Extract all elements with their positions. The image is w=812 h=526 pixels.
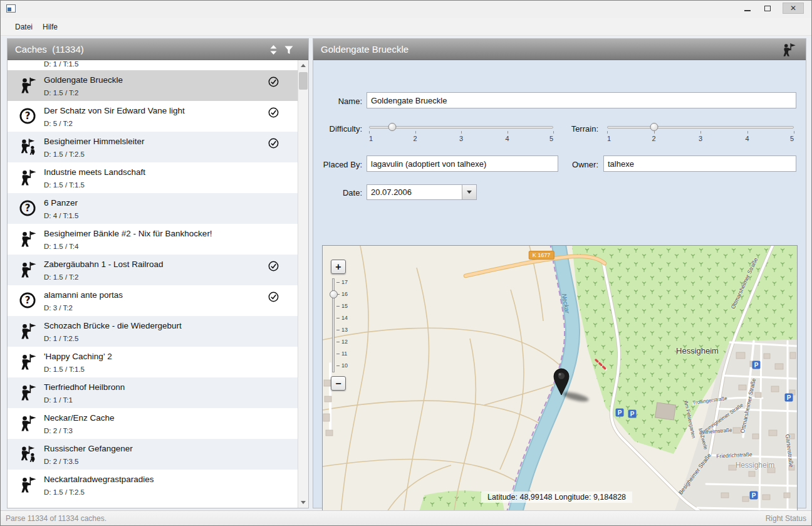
cache-name: Russischer Gefangener [44, 444, 133, 453]
zoom-level-label: 12 [341, 339, 348, 345]
detail-title: Goldengate Brueckle [321, 44, 409, 55]
scrollbar-thumb[interactable] [299, 72, 308, 90]
name-input[interactable] [367, 92, 796, 108]
map[interactable]: Ottmarsheimer StraßeOttmarsheimer Straße… [322, 245, 798, 519]
owner-input[interactable] [603, 155, 796, 172]
difficulty-slider[interactable]: 12345 [369, 118, 553, 144]
map-zoom-thumb[interactable] [330, 290, 338, 298]
cache-rating: D: 1 / T:2.5 [44, 335, 78, 342]
cache-list-item[interactable]: 'Happy Caching' 2D: 1.5 / T:1.5 [8, 347, 298, 377]
slider-tick-label: 3 [459, 135, 463, 142]
map-coordinates: Latitude: 48,99148 Longitude: 9,184828 [481, 492, 632, 503]
titlebar[interactable]: ✕ [1, 1, 811, 18]
placed-by-input[interactable] [367, 155, 558, 172]
map-zoom-in-button[interactable]: + [331, 260, 346, 274]
cache-rating: D: 1.5 / T:4 [44, 243, 78, 250]
close-button[interactable]: ✕ [783, 3, 804, 14]
sort-icon[interactable] [269, 45, 281, 56]
maximize-icon [764, 6, 771, 11]
cache-list-item[interactable]: D: 1 / T:1.5 [8, 60, 298, 70]
slider-tick [747, 131, 748, 134]
found-check-icon [268, 138, 279, 149]
maximize-button[interactable] [759, 3, 776, 14]
menu-datei[interactable]: Datei [11, 21, 37, 33]
street-label: Am Felsengarten [683, 400, 696, 438]
slider-tick [607, 131, 608, 134]
slider-tick-label: 4 [505, 135, 509, 142]
cache-rating: D: 4 / T:1.5 [44, 212, 78, 219]
cache-list-header: Caches (11334) [8, 39, 308, 60]
slider-tick-label: 1 [369, 135, 373, 142]
date-dropdown-button[interactable] [462, 185, 476, 199]
found-check-icon [268, 261, 279, 271]
cache-list-item[interactable]: Zabergäubahn 1 - Lost RailroadD: 1.5 / T… [8, 255, 298, 285]
date-picker[interactable]: 20.07.2006 [367, 184, 477, 200]
cache-rating: D: 1.5 / T:2.5 [44, 150, 85, 158]
minimize-icon [744, 10, 751, 11]
owner-label: Owner: [548, 160, 598, 169]
terrain-label: Terrain: [548, 124, 598, 134]
name-label: Name: [313, 97, 362, 106]
slider-tick [369, 131, 370, 134]
scroll-down-button[interactable] [298, 497, 308, 508]
cache-list-item[interactable]: Goldengate BrueckleD: 1.5 / T:2 [8, 70, 298, 101]
terrain-slider-thumb[interactable] [650, 123, 658, 131]
minimize-button[interactable] [739, 3, 756, 14]
parking-icon: P [616, 409, 624, 417]
mystery-cache-icon: ? [18, 107, 37, 125]
cache-rating: D: 1.5 / T:1.5 [44, 181, 85, 189]
cache-list-item[interactable]: ?6 PanzerD: 4 / T:1.5 [8, 193, 298, 224]
list-scrollbar[interactable] [298, 60, 308, 508]
map-labels: Ottmarsheimer StraßeOttmarsheimer Straße… [323, 246, 797, 518]
cache-list-item[interactable]: Tierfriedhof HeilbronnD: 1 / T:1 [8, 377, 298, 408]
cache-rating: D: 1.5 / T:2.5 [44, 488, 85, 496]
difficulty-slider-thumb[interactable] [388, 123, 396, 131]
traditional-cache-icon [18, 414, 37, 433]
slider-tick-label: 2 [652, 135, 655, 142]
map-zoom-ticks: 1716151413121110 [336, 278, 358, 372]
zoom-tick [336, 318, 340, 318]
cache-name: Goldengate Brueckle [44, 75, 123, 85]
cache-count: (11334) [52, 44, 84, 55]
town-label: Hessigheim [736, 461, 775, 470]
terrain-slider[interactable]: 12345 [607, 118, 794, 144]
cache-name: Zabergäubahn 1 - Lost Railroad [44, 260, 164, 269]
traditional-cache-icon [18, 76, 37, 95]
map-zoom-out-button[interactable]: − [331, 376, 346, 391]
menu-hilfe[interactable]: Hilfe [38, 21, 62, 33]
menubar: Datei Hilfe [1, 18, 811, 36]
found-check-icon [268, 76, 279, 87]
traditional-cache-icon [18, 260, 37, 279]
filter-icon[interactable] [284, 46, 296, 57]
cache-rating: D: 1.5 / T:2 [44, 89, 78, 97]
street-label: Friedrichstraße [716, 451, 752, 460]
zoom-tick [336, 282, 340, 283]
traditional-cache-icon [18, 322, 37, 340]
cache-list-item[interactable]: ?Der Schatz von Sir Edward Vane lightD: … [8, 101, 298, 132]
status-right-text: Right Status [766, 514, 806, 523]
cache-list-item[interactable]: Besigheimer Bänkle #2 - Nix für Bankhock… [8, 224, 298, 255]
arrow-down-icon [301, 501, 306, 504]
traditional-cache-icon [18, 383, 37, 402]
difficulty-label: Difficulty: [313, 124, 362, 134]
cache-list-item[interactable]: ?alamanni ante portasD: 3 / T:2 [8, 285, 298, 316]
mystery-cache-icon: ? [18, 199, 37, 218]
cache-rating: D: 1 / T:1.5 [44, 60, 78, 68]
multi-cache-icon [18, 137, 37, 156]
date-value[interactable]: 20.07.2006 [367, 185, 461, 199]
cache-name: Besigheimer Bänkle #2 - Nix für Bankhock… [44, 229, 212, 238]
cache-list-item[interactable]: Russischer GefangenerD: 2 / T:3.5 [8, 439, 298, 470]
slider-track [369, 126, 553, 129]
cache-name: 6 Panzer [44, 198, 78, 208]
cache-rating: D: 2 / T:3 [44, 427, 73, 434]
cache-list-item[interactable]: Neckar/Enz CacheD: 2 / T:3 [8, 408, 298, 439]
slider-tick [794, 131, 794, 134]
cache-on-map-icon [781, 42, 792, 53]
traditional-cache-icon [18, 168, 37, 187]
scroll-up-button[interactable] [298, 60, 308, 71]
cache-list-item[interactable]: Industrie meets LandschaftD: 1.5 / T:1.5 [8, 162, 298, 193]
app-window: ✕ Datei Hilfe Caches (11334) D: 1 / T:1.… [0, 0, 812, 526]
cache-list-item[interactable]: Besigheimer HimmelsleiterD: 1.5 / T:2.5 [8, 132, 298, 162]
cache-list-item[interactable]: Schozach Brücke - die WiedergeburtD: 1 /… [8, 316, 298, 347]
cache-list-item[interactable]: NeckartalradwegrastparadiesD: 1.5 / T:2.… [8, 470, 298, 500]
